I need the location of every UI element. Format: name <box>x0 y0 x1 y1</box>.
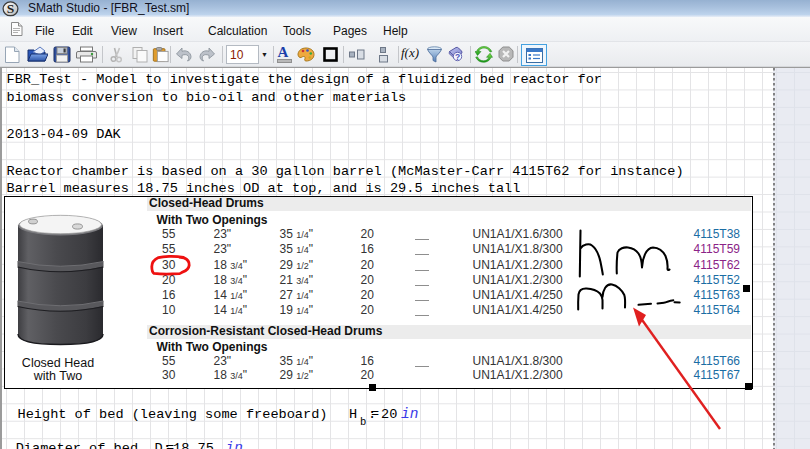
svg-text:?: ? <box>455 52 460 62</box>
svg-text:S: S <box>7 1 15 16</box>
